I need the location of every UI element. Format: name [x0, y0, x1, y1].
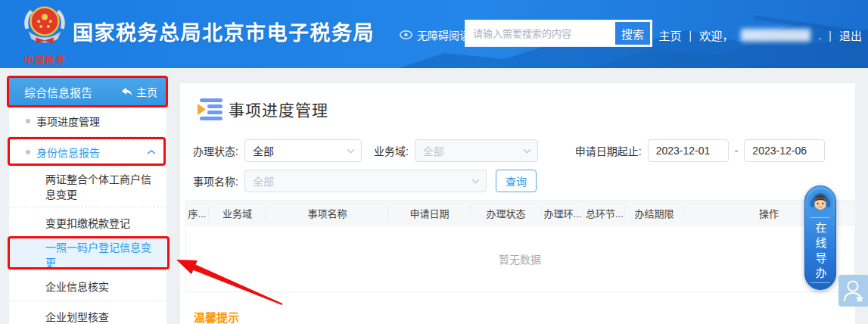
filters: 办理状态: 全部 业务域: 全部 申请日期起止: - [193, 139, 845, 192]
list-title-icon [195, 97, 226, 121]
item-name-select[interactable]: 全部 [244, 170, 487, 192]
nav-logout-link[interactable]: 退出 [839, 27, 862, 43]
filter-row-1: 办理状态: 全部 业务域: 全部 申请日期起止: - [193, 139, 845, 162]
search-button[interactable]: 搜索 [615, 22, 650, 45]
sidebar-section-header[interactable]: 综合信息报告 主页 [9, 77, 166, 106]
sidebar-item-label: 事项进度管理 [36, 114, 100, 129]
status-select-value: 全部 [253, 143, 274, 158]
domain-select[interactable]: 全部 [415, 139, 538, 162]
sidebar-item-enterprise-type-check[interactable]: 企业划型核查 [9, 301, 166, 324]
date-range-separator: - [735, 145, 739, 157]
sidebar-item-two-cert-change[interactable]: 两证整合个体工商户信息变更 [9, 167, 166, 207]
online-guide-button[interactable]: 在线导办 [804, 185, 836, 290]
welcome-text: 欢迎， [699, 27, 733, 43]
status-filter-label: 办理状态: [193, 143, 238, 158]
sidebar-item-one-license-change[interactable]: 一照一码户登记信息变更 [9, 237, 166, 270]
sidebar: 综合信息报告 主页 事项进度管理 身份信息报告 两证整合个体工商户信息变更 变更… [9, 77, 166, 324]
column-header-total-steps: 总环节... [584, 206, 625, 220]
accessibility-label: 无障碍阅读 [417, 27, 470, 42]
bullet-icon [26, 119, 30, 123]
sidebar-item-withholding-change[interactable]: 变更扣缴税款登记 [9, 207, 166, 237]
table-empty-state: 暂无数据 [186, 225, 854, 291]
nav-home-link[interactable]: 主页 [659, 27, 682, 43]
date-range-label: 申请日期起止: [575, 143, 642, 158]
search-input[interactable] [465, 20, 614, 46]
sidebar-home-label: 主页 [136, 84, 157, 99]
domain-select-value: 全部 [423, 143, 444, 158]
item-name-filter-label: 事项名称: [193, 173, 238, 188]
logo-caption: 中国税务 [17, 52, 72, 67]
eye-icon [400, 30, 412, 39]
name-suffix: . [818, 29, 821, 42]
sidebar-home-link[interactable]: 主页 [121, 84, 157, 99]
domain-filter-label: 业务域: [374, 143, 409, 158]
back-arrow-icon [121, 86, 132, 97]
page-title: 事项进度管理 [229, 98, 328, 120]
empty-state-text: 暂无数据 [499, 251, 541, 266]
site-title: 国家税务总局北京市电子税务局 [73, 17, 375, 46]
table-header-row: 序... 业务域 事项名称 申请日期 办理状态 办理环... 总环节... 办结… [186, 201, 854, 225]
column-header-seq: 序... [186, 206, 209, 220]
username-blurred [741, 29, 810, 42]
chevron-down-icon [347, 148, 355, 154]
accessibility-link[interactable]: 无障碍阅读 [400, 27, 470, 42]
sidebar-item-label: 身份信息报告 [36, 145, 100, 160]
column-header-apply-date: 申请日期 [389, 206, 471, 220]
tips-heading: 温馨提示 [194, 309, 845, 324]
person-favorite-button[interactable] [838, 275, 868, 307]
sidebar-item-label: 变更扣缴税款登记 [45, 215, 130, 230]
top-header: 中国税务 国家税务总局北京市电子税务局 无障碍阅读 搜索 主页 | 欢迎， . … [0, 0, 868, 68]
status-select[interactable]: 全部 [244, 139, 362, 162]
bullet-icon [26, 150, 30, 154]
column-header-item-name: 事项名称 [266, 206, 389, 220]
results-table: 序... 业务域 事项名称 申请日期 办理状态 办理环... 总环节... 办结… [185, 200, 854, 292]
chevron-down-icon [523, 148, 531, 154]
column-header-status: 办理状态 [471, 206, 542, 220]
main-content: 事项进度管理 办理状态: 全部 业务域: 全部 申请日期起止: [180, 83, 855, 324]
nav-separator: | [689, 30, 692, 42]
sidebar-item-enterprise-verify[interactable]: 企业信息核实 [9, 270, 166, 301]
sidebar-item-label: 一照一码户登记信息变更 [45, 239, 159, 269]
query-button[interactable]: 查询 [496, 170, 537, 192]
search-box: 搜索 [465, 20, 652, 47]
logo: 中国税务 [18, 2, 71, 67]
date-to-input[interactable] [744, 139, 825, 162]
page-title-row: 事项进度管理 [195, 97, 845, 121]
sidebar-item-label: 企业划型核查 [45, 309, 109, 324]
sidebar-item-progress-mgmt[interactable]: 事项进度管理 [9, 106, 166, 136]
sidebar-section-title: 综合信息报告 [24, 84, 92, 100]
filter-row-2: 事项名称: 全部 查询 [193, 170, 845, 192]
chevron-down-icon [471, 179, 480, 184]
item-name-select-value: 全部 [253, 173, 274, 188]
tax-emblem-icon [21, 2, 68, 49]
column-header-deadline: 办结期限 [625, 206, 684, 220]
divider [810, 282, 830, 283]
online-guide-label: 在线导办 [813, 222, 829, 282]
sidebar-item-label: 企业信息核实 [45, 279, 109, 294]
column-header-domain: 业务域 [209, 206, 266, 220]
assistant-avatar [807, 189, 833, 215]
divider [810, 217, 830, 218]
sidebar-item-label: 两证整合个体工商户信息变更 [45, 167, 159, 207]
date-from-input[interactable] [648, 139, 729, 162]
sidebar-item-identity-report[interactable]: 身份信息报告 [9, 136, 166, 167]
nav-separator: | [829, 30, 832, 42]
person-star-icon [842, 279, 865, 303]
chevron-up-icon [147, 147, 156, 157]
header-nav: 主页 | 欢迎， . | 退出 [659, 27, 863, 43]
column-header-step: 办理环... [542, 206, 584, 220]
